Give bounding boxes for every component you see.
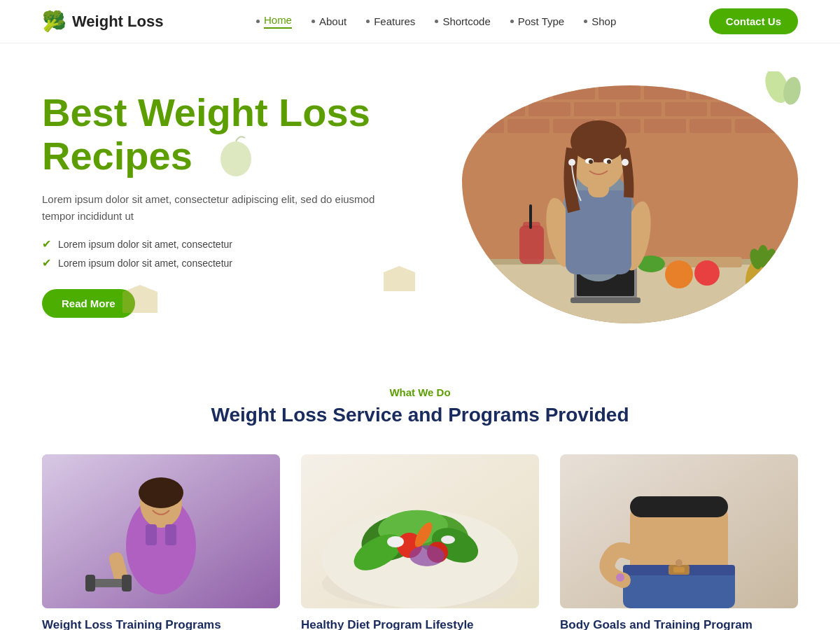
svg-rect-25	[690, 119, 732, 133]
svg-rect-16	[620, 102, 662, 116]
card-2-image	[301, 454, 539, 608]
svg-rect-18	[710, 102, 752, 116]
svg-rect-64	[85, 575, 95, 592]
nav-dot-home	[256, 20, 260, 23]
card-1-title: Weight Loss Training Programs	[42, 618, 280, 630]
hero-kitchen-svg	[462, 85, 798, 323]
card-1-svg	[42, 454, 280, 608]
nav-dot-about	[312, 20, 315, 23]
nav-dot-features	[366, 20, 370, 23]
services-section: What We Do Weight Loss Service and Progr…	[0, 351, 840, 630]
svg-rect-24	[644, 119, 686, 133]
svg-rect-42	[529, 204, 532, 229]
svg-rect-13	[483, 102, 525, 116]
hero-image	[462, 85, 798, 323]
svg-point-54	[568, 159, 575, 166]
nav-item-posttype[interactable]: Post Type	[510, 15, 564, 27]
cards-container: Weight Loss Training Programs Lorem ipsu…	[42, 454, 798, 630]
svg-rect-65	[122, 575, 132, 592]
svg-point-81	[387, 536, 404, 547]
hero-title: Best Weight Loss Recipes	[42, 91, 420, 177]
card-1: Weight Loss Training Programs Lorem ipsu…	[42, 454, 280, 630]
svg-rect-11	[690, 85, 732, 99]
svg-point-91	[676, 559, 682, 566]
card-3-title: Body Goals and Training Program	[560, 618, 798, 630]
nav-dot-posttype	[510, 20, 514, 23]
svg-rect-69	[165, 524, 176, 545]
svg-rect-14	[528, 102, 570, 116]
svg-rect-9	[598, 85, 640, 99]
svg-point-61	[139, 477, 183, 508]
read-more-button[interactable]: Read More	[42, 289, 135, 318]
svg-rect-40	[519, 225, 544, 264]
svg-rect-20	[462, 119, 504, 133]
card-2-title: Healthy Diet Program Lifestyle	[301, 618, 539, 630]
svg-point-53	[607, 160, 611, 164]
nav-link-home[interactable]: Home	[264, 14, 292, 29]
svg-point-66	[153, 502, 158, 507]
svg-point-93	[616, 573, 624, 582]
contact-button[interactable]: Contact Us	[709, 8, 798, 34]
card-3-image	[560, 454, 798, 608]
card-3-svg	[560, 454, 798, 608]
svg-rect-89	[673, 567, 685, 573]
svg-rect-6	[462, 85, 504, 99]
svg-rect-15	[574, 102, 616, 116]
nav-item-shortcode[interactable]: Shortcode	[435, 15, 490, 27]
nav-link-posttype[interactable]: Post Type	[518, 15, 564, 27]
section-label: What We Do	[42, 386, 798, 398]
hero-checklist: ✔ Lorem ipsum dolor sit amet, consectetu…	[42, 237, 420, 270]
card-1-image	[42, 454, 280, 608]
logo-text: Weight Loss	[72, 13, 163, 31]
svg-rect-8	[553, 85, 595, 99]
nav-item-features[interactable]: Features	[366, 15, 415, 27]
hero-right	[462, 85, 798, 323]
svg-point-82	[441, 536, 455, 544]
section-title: Weight Loss Service and Programs Provide…	[42, 404, 798, 426]
hero-check-2: ✔ Lorem ipsum dolor sit amet, consectetu…	[42, 256, 420, 270]
hero-section: Best Weight Loss Recipes Lorem ipsum dol…	[0, 43, 840, 351]
svg-rect-68	[146, 524, 157, 545]
svg-rect-21	[507, 119, 550, 133]
card-3: Body Goals and Training Program Lorem ip…	[560, 454, 798, 630]
nav-item-home[interactable]: Home	[256, 14, 292, 29]
svg-point-67	[164, 502, 169, 507]
svg-point-35	[694, 260, 720, 286]
svg-point-34	[665, 260, 693, 288]
nav-dot-shortcode	[435, 20, 438, 23]
card-2: Healthy Diet Program Lifestyle Lorem ips…	[301, 454, 539, 630]
hero-description: Lorem ipsum dolor sit amet, consectetur …	[42, 191, 378, 225]
svg-point-83	[410, 545, 444, 566]
hero-check-1: ✔ Lorem ipsum dolor sit amet, consectetu…	[42, 237, 420, 251]
navbar: 🥦 Weight Loss Home About Features Shortc…	[0, 0, 840, 43]
logo[interactable]: 🥦 Weight Loss	[42, 10, 163, 33]
card-2-svg	[301, 454, 539, 608]
svg-point-55	[622, 159, 629, 166]
nav-links: Home About Features Shortcode Post Type …	[256, 14, 616, 29]
svg-rect-17	[665, 102, 707, 116]
svg-rect-38	[570, 298, 640, 303]
nav-link-shop[interactable]: Shop	[592, 15, 616, 27]
svg-rect-92	[630, 496, 728, 517]
svg-rect-10	[644, 85, 686, 99]
svg-point-49	[570, 120, 626, 162]
nav-link-about[interactable]: About	[319, 15, 346, 27]
check-icon-2: ✔	[42, 256, 51, 270]
nav-link-shortcode[interactable]: Shortcode	[442, 15, 490, 27]
logo-icon: 🥦	[42, 10, 66, 33]
nav-dot-shop	[584, 20, 587, 23]
nav-link-features[interactable]: Features	[374, 15, 415, 27]
deco-leaves-shape	[756, 71, 805, 120]
svg-rect-7	[507, 85, 550, 99]
hero-left: Best Weight Loss Recipes Lorem ipsum dol…	[42, 91, 420, 318]
svg-point-52	[589, 160, 593, 164]
nav-item-about[interactable]: About	[312, 15, 346, 27]
svg-rect-26	[735, 119, 798, 133]
nav-item-shop[interactable]: Shop	[584, 15, 616, 27]
check-icon-1: ✔	[42, 237, 51, 251]
nav-right: Contact Us	[709, 8, 798, 34]
